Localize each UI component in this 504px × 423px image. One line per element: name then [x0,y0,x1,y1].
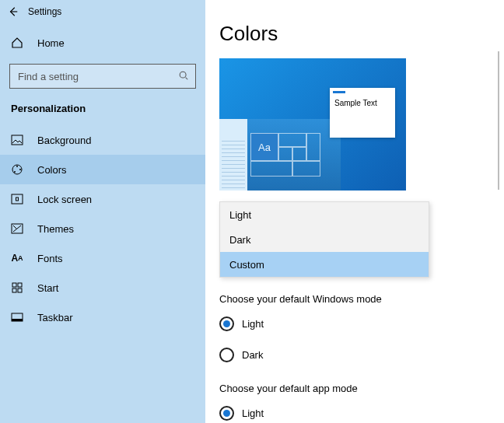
scrollbar[interactable] [498,51,499,190]
titlebar: Settings [0,0,205,23]
nav-item-label: Fonts [37,253,63,264]
svg-rect-1 [12,135,23,145]
nav-item-lock-screen[interactable]: Lock screen [0,184,205,214]
picture-icon [11,134,23,146]
nav-item-label: Colors [37,164,67,176]
svg-rect-9 [12,283,16,287]
tile [278,133,306,147]
nav-item-fonts[interactable]: AA Fonts [0,243,205,273]
windows-mode-label: Choose your default Windows mode [219,293,504,305]
tile [292,161,320,177]
lock-screen-icon [11,193,23,205]
svg-point-5 [14,171,16,173]
search-icon [178,70,189,83]
app-mode-light[interactable]: Light [219,400,504,423]
svg-point-0 [180,72,186,78]
fonts-icon: AA [11,252,23,264]
themes-icon [11,222,23,235]
radio-icon [219,348,234,362]
tile [306,133,320,161]
nav-item-label: Background [37,135,91,146]
nav-item-colors[interactable]: Colors [0,155,205,184]
tile [278,147,292,161]
main-content: Colors Aa Sample Text Light Dark Custom … [205,0,504,423]
nav-item-label: Taskbar [37,312,73,323]
taskbar-icon [11,311,23,323]
nav-item-taskbar[interactable]: Taskbar [0,302,205,332]
search-box[interactable] [9,64,196,89]
color-preview: Aa Sample Text [219,58,406,191]
home-icon [11,37,23,49]
radio-label: Dark [242,349,263,361]
option-custom[interactable]: Custom [220,252,429,277]
option-light[interactable]: Light [220,202,429,227]
section-title: Personalization [0,89,205,122]
nav-item-label: Start [37,282,58,294]
nav-item-themes[interactable]: Themes [0,214,205,243]
color-mode-dropdown[interactable]: Light Dark Custom [219,201,429,278]
home-label: Home [37,37,65,49]
radio-label: Light [242,318,264,330]
sidebar: Settings Home Personalization Background… [0,0,205,423]
option-dark[interactable]: Dark [220,227,429,252]
page-title: Colors [219,22,504,46]
svg-point-3 [16,166,18,167]
nav-home[interactable]: Home [0,28,205,58]
nav-item-label: Lock screen [37,194,92,205]
preview-start-menu [219,119,247,191]
search-input[interactable] [16,70,156,83]
radio-icon [219,316,234,331]
tile [250,161,292,177]
sample-text: Sample Text [334,99,377,107]
radio-icon [219,406,234,421]
windows-mode-dark[interactable]: Dark [219,342,504,367]
svg-rect-11 [12,288,16,292]
nav-item-label: Themes [37,223,74,235]
nav-item-start[interactable]: Start [0,273,205,302]
preview-tiles: Aa [250,133,334,187]
svg-rect-14 [12,319,23,321]
svg-rect-12 [18,288,22,292]
nav-list: Background Colors Lock screen Themes AA … [0,125,205,332]
tile-aa: Aa [250,133,278,161]
palette-icon [11,163,23,176]
nav-item-background[interactable]: Background [0,125,205,155]
svg-rect-10 [18,283,22,287]
tile [292,147,306,161]
svg-rect-6 [12,194,23,204]
app-title: Settings [28,0,61,23]
svg-point-4 [19,169,21,170]
back-button[interactable] [6,5,20,19]
app-mode-label: Choose your default app mode [219,383,504,394]
svg-rect-7 [16,198,19,201]
preview-window: Sample Text [330,88,395,138]
start-icon [11,281,23,294]
radio-label: Light [242,407,264,419]
windows-mode-light[interactable]: Light [219,311,504,336]
